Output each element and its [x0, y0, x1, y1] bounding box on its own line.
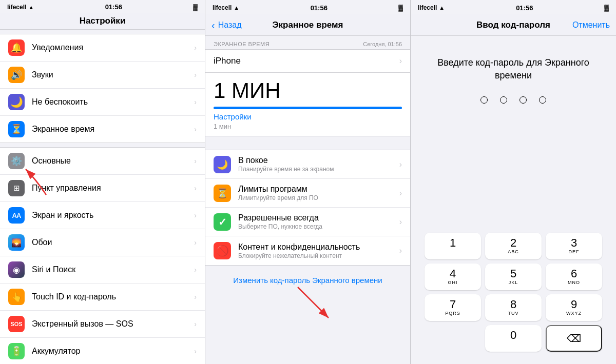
settings-row-dnd[interactable]: 🌙 Не беспокоить › [0, 89, 205, 116]
carrier-2: lifecell [213, 4, 232, 11]
key-0[interactable]: 0 [485, 325, 542, 352]
applimits-title: Лимиты программ [238, 185, 399, 194]
iphone-chevron: › [399, 56, 402, 66]
feature-applimits[interactable]: ⏳ Лимиты программ Лимитируйте время для … [205, 179, 410, 208]
battery-icon-1: ▓ [193, 4, 198, 11]
battery-icon-2: ▓ [398, 4, 403, 11]
progress-bar [214, 107, 402, 109]
sounds-icon: 🔊 [8, 67, 25, 83]
key-2[interactable]: 2 ABC [485, 233, 542, 259]
iphone-label: iPhone [214, 56, 399, 66]
settings-panel: lifecell ▲ 01:56 ▓ Настройки 🔔 Уведомлен… [0, 0, 205, 364]
controlcenter-chevron: › [194, 184, 197, 192]
key-1[interactable]: 1 [425, 233, 481, 259]
status-left-2: lifecell ▲ [213, 4, 239, 11]
settings-section-2: ⚙️ Основные › ⊞ Пункт управления › AA Эк… [0, 147, 205, 364]
status-bar-1: lifecell ▲ 01:56 ▓ [0, 0, 205, 13]
numpad-row-1: 1 2 ABC 3 DEF [419, 233, 608, 259]
settings-row-screentime[interactable]: ⏳ Экранное время › [0, 116, 205, 143]
key-4[interactable]: 4 GHI [425, 264, 481, 290]
feature-alwaysallowed[interactable]: ✓ Разрешенные всегда Выберите ПО, нужное… [205, 208, 410, 236]
notifications-icon: 🔔 [8, 39, 25, 56]
settings-row-notifications[interactable]: 🔔 Уведомления › [0, 34, 205, 62]
alwaysallowed-icon: ✓ [214, 213, 231, 231]
wifi-icon-2: ▲ [234, 5, 239, 11]
carrier-3: lifecell [418, 4, 437, 11]
nav-title-settings: Настройки [80, 16, 126, 26]
settings-row-controlcenter[interactable]: ⊞ Пункт управления › [0, 175, 205, 202]
gap-st [205, 136, 410, 146]
screentime-icon: ⏳ [8, 121, 25, 137]
status-left-3: lifecell ▲ [418, 4, 445, 11]
status-right-1: ▓ [193, 4, 198, 11]
screentime-label: Экранное время [32, 125, 194, 134]
alwaysallowed-sub: Выберите ПО, нужное всегда [238, 223, 399, 230]
key-6[interactable]: 6 MNO [546, 264, 602, 290]
features-section: 🌙 В покое Планируйте время не за экраном… [205, 150, 410, 266]
general-icon: ⚙️ [8, 153, 25, 169]
controlcenter-label: Пункт управления [32, 184, 194, 193]
alwaysallowed-title: Разрешенные всегда [238, 213, 399, 223]
time-1: 01:56 [105, 3, 122, 11]
applimits-text: Лимиты программ Лимитируйте время для ПО [238, 185, 399, 201]
siri-label: Siri и Поиск [32, 265, 194, 274]
contentprivacy-title: Контент и конфиденциальность [238, 242, 399, 252]
key-8[interactable]: 8 TUV [485, 294, 542, 321]
dnd-chevron: › [194, 98, 197, 106]
settings-row-display[interactable]: AA Экран и яркость › [0, 202, 205, 229]
settings-row-general[interactable]: ⚙️ Основные › [0, 148, 205, 175]
st-section-header-block: ЭКРАННОЕ ВРЕМЯ Сегодня, 01:56 [205, 36, 410, 49]
siri-icon: ◉ [8, 261, 25, 278]
big-time: 1 МИН [214, 79, 402, 103]
dot-2 [500, 96, 507, 104]
notifications-chevron: › [194, 44, 197, 52]
touchid-icon: 👆 [8, 289, 25, 305]
display-icon: AA [8, 207, 25, 224]
sounds-label: Звуки [32, 70, 194, 79]
notifications-label: Уведомления [32, 43, 194, 52]
status-right-2: ▓ [398, 4, 403, 11]
status-right-3: ▓ [604, 4, 609, 11]
passcode-panel: lifecell ▲ 01:56 ▓ Ввод код-пароля Отмен… [411, 0, 616, 364]
controlcenter-icon: ⊞ [8, 180, 25, 196]
settings-row-touchid[interactable]: 👆 Touch ID и код-пароль › [0, 284, 205, 311]
key-9[interactable]: 9 WXYZ [546, 294, 602, 321]
downtime-sub: Планируйте время не за экраном [238, 166, 399, 173]
numpad-row-3: 7 PQRS 8 TUV 9 WXYZ [419, 294, 608, 321]
change-passcode-link[interactable]: Изменить код-пароль Экранного времени [205, 270, 410, 291]
settings-row-battery[interactable]: 🔋 Аккумулятор › [0, 338, 205, 364]
settings-row-sounds[interactable]: 🔊 Звуки › [0, 62, 205, 89]
st-date: Сегодня, 01:56 [363, 41, 402, 47]
key-3[interactable]: 3 DEF [546, 233, 602, 259]
status-left-1: lifecell ▲ [7, 4, 34, 11]
key-delete[interactable]: ⌫ [546, 325, 602, 352]
feature-contentprivacy[interactable]: 🚫 Контент и конфиденциальность Блокируйт… [205, 236, 410, 265]
pass-prompt-text: Введите код-пароль для Экранного времени [421, 56, 606, 82]
sos-chevron: › [194, 320, 197, 328]
dnd-icon: 🌙 [8, 94, 25, 110]
nav-title-screentime: Экранное время [272, 20, 343, 30]
sos-label: Экстренный вызов — SOS [32, 319, 194, 329]
feature-downtime[interactable]: 🌙 В покое Планируйте время не за экраном… [205, 150, 410, 179]
battery-icon: 🔋 [8, 343, 25, 359]
key-7[interactable]: 7 PQRS [425, 294, 481, 321]
general-label: Основные [32, 156, 194, 166]
status-bar-2: lifecell ▲ 01:56 ▓ [205, 0, 410, 14]
touchid-label: Touch ID и код-пароль [32, 292, 194, 301]
wifi-icon-3: ▲ [439, 5, 445, 11]
touchid-chevron: › [194, 293, 197, 301]
back-button-screentime[interactable]: ‹ Назад [211, 20, 242, 30]
display-label: Экран и яркость [32, 211, 194, 220]
settings-row-wallpaper[interactable]: 🌄 Обои › [0, 229, 205, 256]
back-label: Назад [218, 21, 242, 30]
downtime-text: В покое Планируйте время не за экраном [238, 156, 399, 173]
downtime-icon: 🌙 [214, 156, 231, 173]
settings-row-siri[interactable]: ◉ Siri и Поиск › [0, 256, 205, 284]
key-5[interactable]: 5 JKL [485, 264, 542, 290]
iphone-row[interactable]: iPhone › [205, 49, 410, 73]
wifi-icon-1: ▲ [28, 4, 34, 10]
settings-row-sos[interactable]: SOS Экстренный вызов — SOS › [0, 311, 205, 338]
settings-link[interactable]: Настройки [214, 112, 252, 121]
cancel-button[interactable]: Отменить [572, 21, 610, 30]
back-chevron: ‹ [211, 20, 215, 30]
